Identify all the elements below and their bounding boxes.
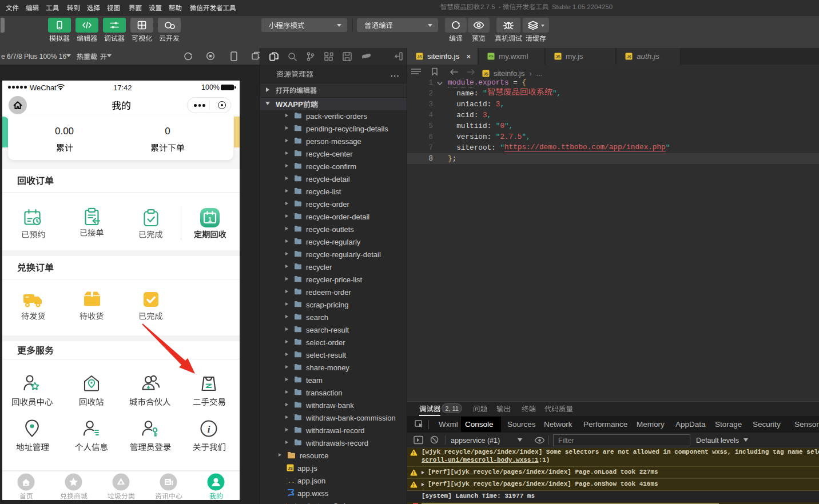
svg-text:JS: JS xyxy=(627,55,632,59)
svg-text:JS: JS xyxy=(288,466,293,470)
svg-text:{..}: {..} xyxy=(287,478,296,484)
svg-text:JS: JS xyxy=(418,55,423,59)
svg-text:JS: JS xyxy=(484,71,489,75)
svg-text:<>: <> xyxy=(488,54,493,58)
svg-text:1: 1 xyxy=(208,216,212,223)
svg-text:i: i xyxy=(208,424,210,435)
svg-text:JS: JS xyxy=(556,55,561,59)
